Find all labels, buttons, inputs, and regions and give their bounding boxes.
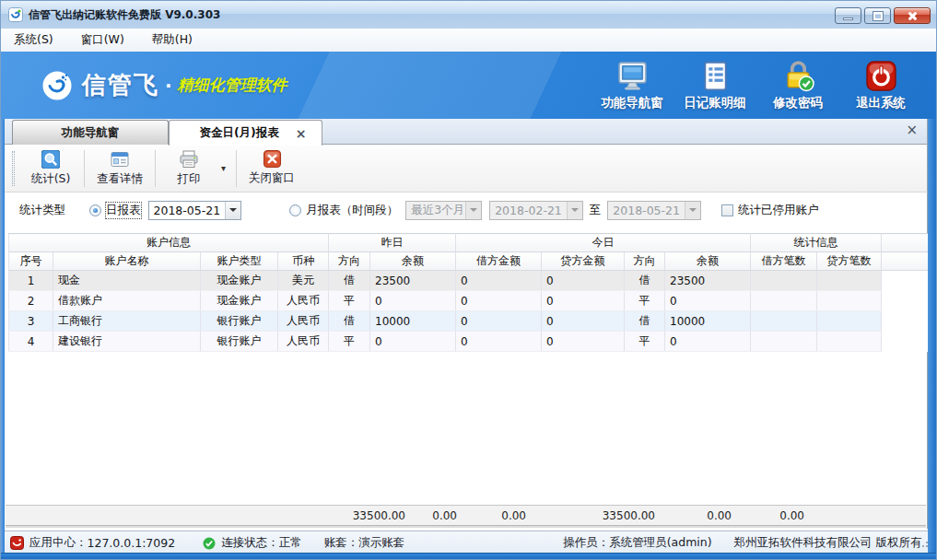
header-row: 序号 账户名称 账户类型 币种 方向 余额 借方金额 贷方金额 方向 余额 借方… (9, 252, 930, 271)
cell[interactable]: 0 (370, 291, 456, 311)
column-header[interactable]: 序号 (9, 252, 53, 271)
cell[interactable] (751, 311, 817, 332)
cell[interactable]: 银行账户 (201, 332, 278, 352)
cell[interactable]: 1 (9, 271, 53, 291)
column-header[interactable]: 贷方笔数 (817, 252, 882, 271)
monthly-report-label[interactable]: 月报表（时间段） (306, 203, 398, 218)
cell[interactable]: 平 (625, 291, 665, 311)
cell[interactable]: 23500 (665, 271, 751, 291)
tab-close-icon[interactable]: × (296, 127, 307, 140)
cell[interactable]: 人民币 (278, 291, 329, 311)
cell[interactable]: 0 (456, 271, 542, 291)
cell[interactable]: 3 (9, 311, 53, 332)
cell[interactable]: 0 (542, 332, 625, 352)
cell[interactable]: 0 (665, 291, 751, 311)
daily-report-radio[interactable] (89, 204, 101, 216)
tab-fund-report[interactable]: 资金日(月)报表 × (169, 120, 322, 146)
toolbar-grip[interactable] (12, 151, 15, 186)
column-header[interactable]: 方向 (329, 252, 370, 271)
date-from-select[interactable]: 2018-02-21 (489, 201, 583, 220)
close-button[interactable] (894, 7, 931, 24)
cell[interactable]: 现金账户 (201, 271, 278, 291)
menu-system[interactable]: 系统(S) (14, 32, 53, 48)
column-header[interactable]: 账户类型 (201, 252, 278, 271)
close-window-button[interactable]: 关闭窗口 (240, 146, 304, 190)
cell[interactable]: 银行账户 (201, 311, 278, 332)
cell[interactable]: 0 (542, 271, 625, 291)
daily-report-label[interactable]: 日报表 (106, 203, 141, 218)
print-button[interactable]: 打印 (158, 146, 219, 191)
monthly-report-radio[interactable] (289, 204, 301, 216)
date-to-select[interactable]: 2018-05-21 (607, 201, 701, 220)
minimize-button[interactable] (835, 7, 861, 24)
cell[interactable]: 平 (329, 332, 370, 352)
range-preset-select[interactable]: 最近3个月 (405, 201, 482, 220)
tabstrip-close-icon[interactable]: × (906, 123, 918, 137)
daily-date-select[interactable]: 2018-05-21 (148, 201, 242, 220)
include-disabled-accounts-checkbox[interactable] (721, 204, 733, 216)
cell[interactable]: 10000 (370, 311, 456, 332)
column-header[interactable]: 贷方金额 (542, 252, 625, 271)
include-disabled-accounts-label[interactable]: 统计已停用账户 (738, 203, 819, 218)
cell[interactable]: 0 (542, 311, 625, 332)
cell[interactable] (751, 271, 817, 291)
cell[interactable] (817, 332, 882, 352)
table-row[interactable]: 2 借款账户 现金账户 人民币 平 0 0 0 平 0 (9, 291, 930, 311)
table-row[interactable]: 1 现金 现金账户 美元 借 23500 0 0 借 23500 (9, 271, 930, 291)
cell[interactable]: 借 (625, 311, 665, 332)
cell[interactable] (751, 291, 817, 311)
cell[interactable]: 建设银行 (53, 332, 201, 352)
nav-window-button[interactable]: 功能导航窗 (597, 59, 667, 111)
maximize-button[interactable] (864, 7, 891, 24)
column-header[interactable]: 借方笔数 (751, 252, 817, 271)
cell[interactable]: 现金账户 (201, 291, 278, 311)
journal-icon (698, 59, 732, 93)
tab-nav-window[interactable]: 功能导航窗 (12, 120, 169, 145)
exit-system-button[interactable]: 退出系统 (846, 59, 916, 111)
cell[interactable]: 10000 (665, 311, 751, 332)
cell[interactable]: 0 (456, 332, 542, 352)
table-row[interactable]: 3 工商银行 银行账户 人民币 借 10000 0 0 借 10000 (9, 311, 930, 332)
stats-button[interactable]: 统计(S) (20, 146, 81, 191)
menu-window[interactable]: 窗口(W) (81, 32, 124, 48)
cell[interactable]: 0 (456, 291, 542, 311)
cell[interactable]: 借 (625, 271, 665, 291)
red-close-icon (264, 150, 281, 168)
cell[interactable]: 工商银行 (53, 311, 201, 332)
cell[interactable]: 2 (9, 291, 53, 311)
cell[interactable]: 0 (542, 291, 625, 311)
print-dropdown-caret-icon[interactable]: ▾ (221, 163, 226, 173)
cell[interactable]: 0 (665, 332, 751, 352)
cell[interactable] (817, 271, 882, 291)
cell[interactable]: 0 (456, 311, 542, 332)
column-header[interactable]: 余额 (370, 252, 456, 271)
cell[interactable]: 4 (9, 332, 53, 352)
cell[interactable]: 人民币 (278, 311, 329, 332)
column-header[interactable]: 余额 (665, 252, 751, 271)
cell[interactable]: 平 (329, 291, 370, 311)
table-row[interactable]: 4 建设银行 银行账户 人民币 平 0 0 0 平 0 (9, 332, 930, 352)
column-header[interactable]: 币种 (278, 252, 329, 271)
menu-help[interactable]: 帮助(H) (152, 32, 193, 48)
cell[interactable]: 0 (370, 332, 456, 352)
column-header[interactable]: 借方金额 (456, 252, 542, 271)
cell[interactable]: 平 (625, 332, 665, 352)
cell[interactable] (751, 332, 817, 352)
cell[interactable] (817, 291, 882, 311)
print-split-button[interactable]: 打印 ▾ (158, 146, 233, 191)
cell[interactable]: 借 (329, 271, 370, 291)
title-bar: 信管飞出纳记账软件免费版 V9.0.303 (1, 1, 936, 29)
cell[interactable]: 现金 (53, 271, 201, 291)
cell[interactable]: 美元 (278, 271, 329, 291)
menu-bar: 系统(S) 窗口(W) 帮助(H) (1, 29, 936, 52)
cell[interactable]: 23500 (370, 271, 456, 291)
cell[interactable] (817, 311, 882, 332)
view-details-button[interactable]: 查看详情 (88, 146, 152, 191)
change-password-button[interactable]: 修改密码 (763, 59, 833, 111)
cell[interactable]: 人民币 (278, 332, 329, 352)
journal-detail-button[interactable]: 日记账明细 (680, 59, 750, 111)
cell[interactable]: 借 (329, 311, 370, 332)
cell[interactable]: 借款账户 (53, 291, 201, 311)
column-header[interactable]: 账户名称 (53, 252, 201, 271)
column-header[interactable]: 方向 (625, 252, 665, 271)
